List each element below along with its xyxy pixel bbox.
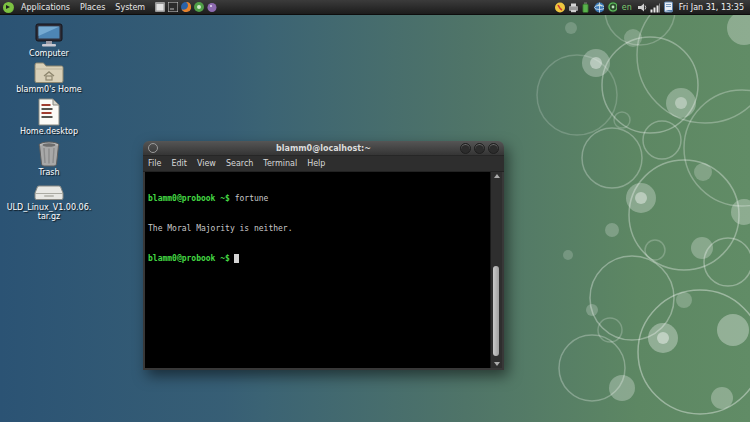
scrollbar-thumb[interactable] (493, 266, 499, 356)
software-icon[interactable] (193, 2, 204, 13)
volume-icon[interactable] (637, 2, 647, 13)
distro-logo-icon[interactable] (3, 2, 14, 13)
maximize-button[interactable] (474, 143, 485, 154)
voip-icon[interactable] (555, 2, 565, 13)
menu-edit[interactable]: Edit (166, 159, 192, 168)
menu-view[interactable]: View (192, 159, 221, 168)
terminal-menubar: File Edit View Search Terminal Help (143, 156, 504, 172)
battery-icon[interactable] (581, 2, 591, 13)
applications-menu-label: Applications (21, 3, 70, 12)
window-title: blamm0@localhost:~ (143, 144, 504, 153)
desktop-icon-home-desktop-file[interactable]: Home.desktop (6, 98, 92, 136)
window-controls (460, 143, 499, 154)
network-globe-icon[interactable] (594, 2, 604, 13)
firefox-icon[interactable] (180, 2, 191, 13)
terminal-scrollbar[interactable] (490, 172, 502, 368)
places-menu[interactable]: Places (75, 0, 110, 14)
system-menu[interactable]: System (110, 0, 150, 14)
desktop-icon-label: blamm0's Home (6, 85, 92, 94)
computer-icon (6, 23, 92, 48)
desktop-icon-trash[interactable]: Trash (6, 141, 92, 177)
command-output: The Moral Majority is neither. (148, 224, 293, 233)
menu-help[interactable]: Help (302, 159, 330, 168)
menu-search[interactable]: Search (221, 159, 258, 168)
terminal-line: blamm0@probook ~$ fortune (148, 194, 490, 204)
printer-icon[interactable] (568, 2, 578, 13)
panel-left-section: Applications Places System (0, 0, 217, 14)
window-titlebar[interactable]: blamm0@localhost:~ (143, 141, 504, 156)
scroll-down-icon[interactable] (494, 362, 500, 366)
desktop-file-icon (6, 98, 92, 126)
desktop-icon-label: Home.desktop (6, 127, 92, 136)
desktop-icon-label: Trash (6, 168, 92, 177)
panel-tray-section: en Fri Jan 31, 13:35 (555, 0, 750, 14)
notes-icon[interactable] (663, 2, 673, 13)
terminal-icon[interactable] (167, 2, 178, 13)
desktop-icon-label: Computer (6, 49, 92, 58)
desktop-icon-archive[interactable]: ULD_Linux_V1.00.06.tar.gz (6, 184, 92, 221)
home-folder-icon (6, 61, 92, 84)
shell-prompt: blamm0@probook ~$ (148, 254, 230, 263)
command-text: fortune (230, 194, 269, 203)
trash-icon (6, 141, 92, 167)
terminal-line: blamm0@probook ~$ (148, 254, 490, 264)
archive-icon (6, 184, 92, 202)
signal-strength-icon[interactable] (650, 2, 660, 13)
places-menu-label: Places (80, 3, 105, 12)
terminal-body: blamm0@probook ~$ fortune The Moral Majo… (143, 172, 504, 370)
desktop-icon-home[interactable]: blamm0's Home (6, 61, 92, 94)
system-menu-label: System (115, 3, 145, 12)
updates-icon[interactable] (607, 2, 617, 13)
terminal-window: blamm0@localhost:~ File Edit View Search… (143, 141, 504, 370)
window-menu-button[interactable] (148, 143, 158, 153)
shell-prompt: blamm0@probook ~$ (148, 194, 230, 203)
scroll-up-icon[interactable] (494, 174, 500, 178)
applications-menu[interactable]: Applications (16, 0, 75, 14)
terminal-line: The Moral Majority is neither. (148, 224, 490, 234)
close-button[interactable] (488, 143, 499, 154)
top-panel: Applications Places System (0, 0, 750, 15)
pidgin-icon[interactable] (206, 2, 217, 13)
panel-launchers (154, 2, 217, 13)
minimize-button[interactable] (460, 143, 471, 154)
menu-file[interactable]: File (143, 159, 166, 168)
keyboard-layout-indicator[interactable]: en (620, 3, 634, 12)
menu-terminal[interactable]: Terminal (258, 159, 302, 168)
file-manager-icon[interactable] (154, 2, 165, 13)
desktop-icon-label: ULD_Linux_V1.00.06.tar.gz (6, 203, 92, 221)
desktop-icon-computer[interactable]: Computer (6, 23, 92, 58)
panel-clock[interactable]: Fri Jan 31, 13:35 (676, 3, 747, 12)
terminal-cursor (234, 254, 239, 263)
terminal-output-area[interactable]: blamm0@probook ~$ fortune The Moral Majo… (145, 172, 490, 368)
